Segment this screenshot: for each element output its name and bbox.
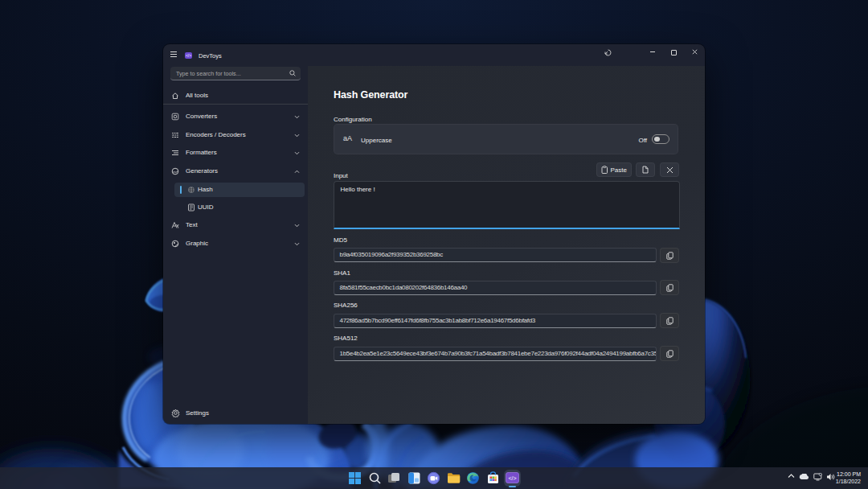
svg-text:</>: </>: [508, 475, 516, 481]
